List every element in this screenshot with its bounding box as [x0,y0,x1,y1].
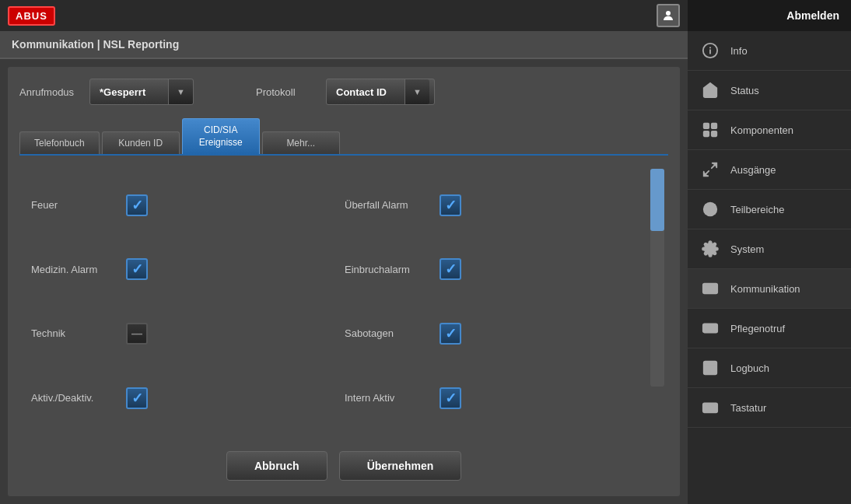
checkbox-row-aktiv: Aktiv./Deaktiv. [19,366,333,430]
kommunikation-icon [699,278,721,299]
anrufmodus-dropdown[interactable]: *Gesperrt ▼ [89,79,194,105]
sidebar-item-logbuch[interactable]: 18 Logbuch [688,348,851,388]
status-icon [699,79,721,101]
info-icon [699,40,721,61]
svg-rect-23 [714,408,716,410]
anrufmodus-arrow-icon: ▼ [168,79,193,104]
aktiv-label: Aktiv./Deaktiv. [31,392,117,404]
einbruch-label: Einbruchalarm [345,264,430,275]
svg-rect-22 [708,408,713,410]
sidebar-item-teilbereiche[interactable]: Teilbereiche [688,190,851,229]
ueberfall-label: Überfall Alarm [345,199,430,211]
svg-rect-17 [706,405,707,407]
checkbox-row-einbruch: Einbruchalarm [333,237,646,302]
feuer-label: Feuer [31,199,117,211]
protokoll-arrow-icon: ▼ [404,79,429,104]
svg-rect-13 [703,324,717,333]
checkbox-row-sabotagen: Sabotagen [333,302,646,366]
abus-logo: ABUS [8,6,55,26]
scrollbar-track[interactable] [650,169,664,387]
feuer-checkbox[interactable] [126,194,148,216]
main-area: ABUS Kommunikation | NSL Reporting Anruf… [0,0,688,504]
sidebar-item-status-label: Status [730,85,759,96]
sidebar-item-pflegenotruf-label: Pflegenotruf [730,323,785,334]
sidebar-item-tastatur-label: Tastatur [730,402,766,414]
komponenten-icon [699,119,721,141]
anrufmodus-label: Anrufmodus [19,86,82,98]
svg-point-2 [709,47,711,48]
sidebar-item-info[interactable]: Info [688,31,851,71]
sidebar-item-ausgaenge-label: Ausgänge [730,164,776,176]
tabs-row: Telefonbuch Kunden ID CID/SIA Ereignisse… [19,118,668,154]
sidebar-header: Abmelden [688,0,851,31]
sabotagen-label: Sabotagen [345,327,430,339]
sidebar-item-tastatur[interactable]: Tastatur [688,388,851,428]
uebernehmen-button[interactable]: Übernehmen [339,451,462,481]
sidebar-item-system[interactable]: System [688,229,851,269]
sidebar-item-teilbereiche-label: Teilbereiche [730,204,784,215]
system-icon [699,238,721,260]
sidebar-item-komponenten-label: Komponenten [730,124,793,136]
tabs-container: Telefonbuch Kunden ID CID/SIA Ereignisse… [19,118,668,156]
checkbox-row-intern: Intern Aktiv [333,366,646,430]
svg-rect-11 [709,289,711,290]
sidebar-item-status[interactable]: Status [688,71,851,110]
sidebar-item-kommunikation[interactable]: Kommunikation [688,269,851,309]
protokoll-dropdown[interactable]: Contact ID ▼ [326,79,435,105]
sidebar-item-ausgaenge[interactable]: Ausgänge [688,150,851,190]
tastatur-icon [699,397,721,418]
einbruch-checkbox[interactable] [440,258,461,280]
svg-rect-6 [712,131,716,136]
svg-rect-16 [703,404,717,413]
aktiv-checkbox[interactable] [126,387,148,409]
svg-rect-10 [706,289,708,290]
intern-checkbox[interactable] [440,387,461,409]
sidebar-item-pflegenotruf[interactable]: Pflegenotruf [688,309,851,348]
abmelden-button[interactable]: Abmelden [786,9,839,22]
breadcrumb: Kommunikation | NSL Reporting [0,31,688,59]
protokoll-value: Contact ID [327,86,404,98]
protokoll-group: Protokoll Contact ID ▼ [256,79,435,105]
tab-cid-sia[interactable]: CID/SIA Ereignisse [182,118,260,154]
sidebar-item-logbuch-label: Logbuch [730,362,769,374]
sidebar-item-info-label: Info [730,45,748,57]
sidebar-item-system-label: System [730,243,764,255]
tab-telefonbuch[interactable]: Telefonbuch [19,131,100,154]
technik-checkbox[interactable] [126,323,148,345]
tab-mehr[interactable]: Mehr... [262,131,340,154]
pflegenotruf-icon [699,317,721,339]
checkbox-row-medizin: Medizin. Alarm [19,237,333,302]
anrufmodus-group: Anrufmodus *Gesperrt ▼ [19,79,194,105]
content-panel: Anrufmodus *Gesperrt ▼ Protokoll Contact… [8,67,680,496]
sidebar-item-kommunikation-label: Kommunikation [730,283,800,295]
medizin-checkbox[interactable] [126,258,148,280]
sidebar: Abmelden Info Status [688,0,851,504]
svg-rect-18 [708,405,709,407]
ueberfall-checkbox[interactable] [440,194,461,216]
ausgaenge-icon [699,159,721,180]
svg-rect-21 [706,408,707,410]
top-controls: Anrufmodus *Gesperrt ▼ Protokoll Contact… [19,79,668,105]
checkbox-row-feuer: Feuer [19,173,333,237]
scrollbar-thumb[interactable] [650,169,664,231]
user-icon-area [657,4,680,27]
svg-rect-5 [712,124,716,128]
sabotagen-checkbox[interactable] [440,323,461,345]
top-bar: ABUS [0,0,688,31]
abbruch-button[interactable]: Abbruch [226,451,327,481]
teilbereiche-icon [699,198,721,220]
intern-label: Intern Aktiv [345,392,430,404]
svg-rect-19 [711,405,713,407]
checkbox-row-ueberfall: Überfall Alarm [333,173,646,237]
svg-rect-20 [714,405,716,407]
bottom-buttons: Abbruch Übernehmen [19,447,668,485]
sidebar-item-komponenten[interactable]: Komponenten [688,110,851,150]
tab-kunden-id[interactable]: Kunden ID [102,131,180,154]
protokoll-label: Protokoll [256,86,318,98]
user-icon [657,4,680,27]
checkboxes-area: Feuer Überfall Alarm Medizin. Alarm Einb… [19,165,668,438]
checkbox-row-technik: Technik [19,302,333,366]
logbuch-icon: 18 [699,357,721,379]
breadcrumb-text: Kommunikation | NSL Reporting [12,38,179,51]
anrufmodus-value: *Gesperrt [90,86,168,98]
